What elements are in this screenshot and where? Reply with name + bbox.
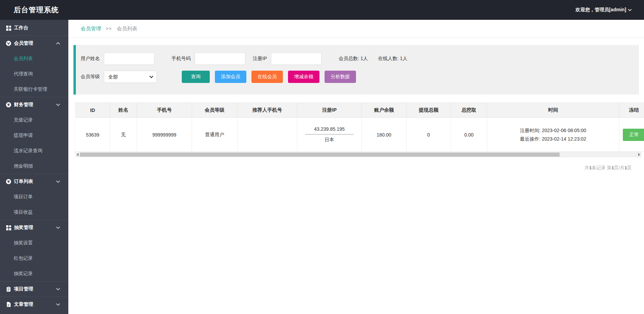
- yen-circle-icon: ¥: [6, 179, 11, 184]
- chevron-down-icon: [56, 303, 60, 306]
- add-member-button[interactable]: 添加会员: [215, 71, 246, 83]
- col-header-level: 会员等级: [192, 103, 237, 118]
- sidebar-item-lottery-records[interactable]: 抽奖记录: [0, 266, 68, 281]
- sidebar-item-agent-query[interactable]: 代理查询: [0, 66, 68, 82]
- phone-input[interactable]: [195, 53, 245, 65]
- top-bar: 后台管理系统 欢迎您，管理员[admin]: [0, 0, 644, 20]
- chevron-down-icon: [56, 180, 60, 183]
- chevron-down-icon: [56, 226, 60, 229]
- cell-name: 无: [110, 118, 137, 152]
- table-header-row: ID 姓名 手机号 会员等级 推荐人手机号 注册IP 账户余额 提现总额 总挖取…: [76, 103, 644, 118]
- sidebar-item-transaction-records[interactable]: 流水记录查询: [0, 143, 68, 158]
- admin-app: 后台管理系统 欢迎您，管理员[admin] 工作台 会员管理 会员列表 代理查询…: [0, 0, 644, 314]
- sidebar-item-article-management[interactable]: 文章管理: [0, 297, 68, 312]
- user-menu[interactable]: 欢迎您，管理员[admin]: [575, 7, 632, 13]
- chevron-down-icon: [628, 9, 632, 11]
- sidebar-item-label: 佣金明细: [14, 163, 33, 169]
- sidebar-item-order-list[interactable]: ¥ 订单列表: [0, 174, 68, 189]
- sidebar-item-label: 会员管理: [14, 40, 33, 46]
- analyze-data-button[interactable]: 分析数据: [325, 71, 356, 83]
- member-level-select-wrap: 全部: [104, 71, 157, 83]
- status-normal-button[interactable]: 正常: [623, 129, 644, 141]
- sidebar-item-bank-card-management[interactable]: 关联银行卡管理: [0, 82, 68, 97]
- sidebar-item-project-orders[interactable]: 项目订单: [0, 189, 68, 204]
- breadcrumb: 会员管理 >> 会员列表: [68, 20, 644, 38]
- col-header-id: ID: [76, 103, 110, 118]
- sidebar-item-workbench[interactable]: 工作台: [0, 20, 68, 35]
- chevron-down-icon: [56, 103, 60, 106]
- sidebar-item-member-list[interactable]: 会员列表: [0, 51, 68, 66]
- sidebar-item-lottery-settings[interactable]: 抽奖设置: [0, 235, 68, 251]
- cell-id: 53639: [76, 118, 110, 152]
- sidebar-item-label: 红包记录: [14, 255, 33, 261]
- sidebar-item-finance-management[interactable]: ¥ 财务管理: [0, 97, 68, 112]
- member-level-select[interactable]: 全部: [104, 71, 157, 83]
- horizontal-scrollbar[interactable]: [75, 152, 642, 157]
- sidebar-item-label: 会员列表: [14, 56, 33, 62]
- total-members-stat: 会员总数: 1人: [339, 56, 368, 62]
- cell-phone: 999999999: [137, 118, 192, 152]
- pager-text: 共: [585, 165, 589, 170]
- svg-text:¥: ¥: [7, 103, 10, 107]
- username-label: 用户姓名: [81, 56, 100, 62]
- grid-icon: [6, 225, 11, 230]
- col-header-phone: 手机号: [137, 103, 192, 118]
- online-members-stat: 在线人数: 1人: [378, 56, 408, 62]
- ip-region: 日本: [297, 134, 361, 143]
- sidebar-item-label: 代理查询: [14, 71, 33, 77]
- breadcrumb-separator: >>: [106, 26, 112, 31]
- sidebar-item-label: 项目收益: [14, 209, 33, 215]
- chevron-up-icon: [56, 42, 60, 45]
- grid-icon: [6, 25, 11, 31]
- register-ip-input[interactable]: [271, 53, 321, 65]
- col-header-referrer: 推荐人手机号: [237, 103, 297, 118]
- sidebar-item-label: 文章管理: [14, 301, 33, 308]
- breadcrumb-section-link[interactable]: 会员管理: [81, 26, 101, 32]
- members-table: ID 姓名 手机号 会员等级 推荐人手机号 注册IP 账户余额 提现总额 总挖取…: [75, 102, 644, 152]
- app-title: 后台管理系统: [14, 5, 59, 15]
- ip-address-link[interactable]: 43.239.85.195: [305, 126, 354, 134]
- sidebar-item-label: 流水记录查询: [14, 148, 42, 154]
- pager-total-records: 1: [589, 165, 592, 170]
- sidebar-item-label: 关联银行卡管理: [14, 86, 47, 92]
- sidebar-item-project-earnings[interactable]: 项目收益: [0, 204, 68, 220]
- document-icon: [6, 302, 11, 307]
- cell-time: 注册时间: 2023-02-06 08:05:00 最近操作: 2023-02-…: [487, 118, 619, 152]
- cell-referrer: [237, 118, 297, 152]
- sidebar-item-label: 抽奖设置: [14, 240, 33, 246]
- sidebar-item-label: 充值记录: [14, 117, 33, 123]
- sidebar-item-member-management[interactable]: 会员管理: [0, 35, 68, 51]
- scroll-right-arrow-icon[interactable]: [638, 153, 640, 156]
- username-input[interactable]: [104, 53, 154, 65]
- cell-withdraw: 0: [407, 118, 451, 152]
- scrollbar-thumb[interactable]: [80, 153, 560, 157]
- phone-label: 手机号码: [172, 56, 191, 62]
- sidebar-item-project-management[interactable]: 项目管理: [0, 281, 68, 297]
- sidebar-item-recharge-records[interactable]: 充值记录: [0, 112, 68, 128]
- pagination-summary: 共1条记录 第1页/共1页: [585, 165, 632, 171]
- member-stats: 会员总数: 1人 在线人数: 1人: [339, 56, 407, 62]
- online-members-button[interactable]: 在线会员: [251, 71, 283, 83]
- sidebar-item-label: 订单列表: [14, 179, 33, 185]
- sidebar-item-lottery-management[interactable]: 抽奖管理: [0, 220, 68, 235]
- col-header-ip: 注册IP: [297, 103, 362, 118]
- last-operation-time: 最近操作: 2023-02-14 12:23:02: [520, 135, 586, 143]
- sidebar-item-label: 财务管理: [14, 102, 33, 108]
- cell-balance: 180.00: [362, 118, 407, 152]
- cell-ip: 43.239.85.195 日本: [297, 118, 362, 152]
- sidebar-item-withdrawal-requests[interactable]: 提现申请: [0, 128, 68, 143]
- sidebar-item-label: 抽奖管理: [14, 225, 33, 231]
- adjust-balance-button[interactable]: 增减余额: [288, 71, 319, 83]
- chevron-down-icon: [56, 288, 60, 290]
- sidebar-item-redpacket-records[interactable]: 红包记录: [0, 251, 68, 266]
- pager-total-pages: 1: [625, 165, 627, 170]
- sidebar-item-label: 项目订单: [14, 194, 33, 200]
- filter-panel: 用户姓名 手机号码 注册IP 会员总数: 1人 在线人数: 1人 会员等级 全部…: [73, 45, 639, 95]
- member-circle-icon: [6, 41, 11, 46]
- sidebar-item-commission-details[interactable]: 佣金明细: [0, 158, 68, 174]
- cell-status: 正常: [619, 118, 644, 152]
- col-header-time: 时间: [487, 103, 619, 118]
- member-level-label: 会员等级: [81, 74, 100, 80]
- scroll-left-arrow-icon[interactable]: [77, 153, 79, 156]
- query-button[interactable]: 查询: [182, 71, 210, 83]
